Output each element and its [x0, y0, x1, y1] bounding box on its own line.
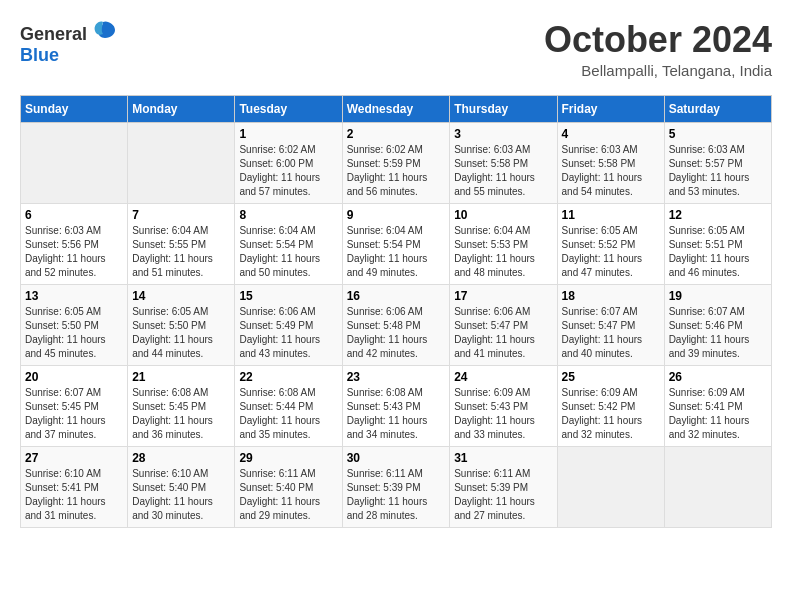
- day-number: 8: [239, 208, 337, 222]
- calendar-cell: 6Sunrise: 6:03 AM Sunset: 5:56 PM Daylig…: [21, 203, 128, 284]
- day-info: Sunrise: 6:06 AM Sunset: 5:47 PM Dayligh…: [454, 305, 552, 361]
- day-info: Sunrise: 6:11 AM Sunset: 5:40 PM Dayligh…: [239, 467, 337, 523]
- calendar-cell: [664, 446, 771, 527]
- day-info: Sunrise: 6:04 AM Sunset: 5:54 PM Dayligh…: [239, 224, 337, 280]
- calendar-table: SundayMondayTuesdayWednesdayThursdayFrid…: [20, 95, 772, 528]
- calendar-cell: 5Sunrise: 6:03 AM Sunset: 5:57 PM Daylig…: [664, 122, 771, 203]
- calendar-day-header: Tuesday: [235, 95, 342, 122]
- day-info: Sunrise: 6:10 AM Sunset: 5:40 PM Dayligh…: [132, 467, 230, 523]
- logo-general: General: [20, 24, 87, 44]
- calendar-cell: 7Sunrise: 6:04 AM Sunset: 5:55 PM Daylig…: [128, 203, 235, 284]
- day-number: 7: [132, 208, 230, 222]
- day-number: 5: [669, 127, 767, 141]
- day-info: Sunrise: 6:07 AM Sunset: 5:47 PM Dayligh…: [562, 305, 660, 361]
- calendar-cell: 28Sunrise: 6:10 AM Sunset: 5:40 PM Dayli…: [128, 446, 235, 527]
- calendar-cell: 29Sunrise: 6:11 AM Sunset: 5:40 PM Dayli…: [235, 446, 342, 527]
- calendar-cell: 15Sunrise: 6:06 AM Sunset: 5:49 PM Dayli…: [235, 284, 342, 365]
- day-number: 29: [239, 451, 337, 465]
- day-info: Sunrise: 6:03 AM Sunset: 5:58 PM Dayligh…: [562, 143, 660, 199]
- calendar-cell: 14Sunrise: 6:05 AM Sunset: 5:50 PM Dayli…: [128, 284, 235, 365]
- day-info: Sunrise: 6:03 AM Sunset: 5:58 PM Dayligh…: [454, 143, 552, 199]
- calendar-cell: [21, 122, 128, 203]
- day-number: 22: [239, 370, 337, 384]
- day-info: Sunrise: 6:06 AM Sunset: 5:49 PM Dayligh…: [239, 305, 337, 361]
- calendar-cell: 12Sunrise: 6:05 AM Sunset: 5:51 PM Dayli…: [664, 203, 771, 284]
- day-info: Sunrise: 6:10 AM Sunset: 5:41 PM Dayligh…: [25, 467, 123, 523]
- day-info: Sunrise: 6:07 AM Sunset: 5:46 PM Dayligh…: [669, 305, 767, 361]
- calendar-cell: 20Sunrise: 6:07 AM Sunset: 5:45 PM Dayli…: [21, 365, 128, 446]
- day-info: Sunrise: 6:08 AM Sunset: 5:44 PM Dayligh…: [239, 386, 337, 442]
- day-info: Sunrise: 6:08 AM Sunset: 5:43 PM Dayligh…: [347, 386, 446, 442]
- day-number: 15: [239, 289, 337, 303]
- day-number: 26: [669, 370, 767, 384]
- calendar-header-row: SundayMondayTuesdayWednesdayThursdayFrid…: [21, 95, 772, 122]
- day-number: 24: [454, 370, 552, 384]
- calendar-cell: 18Sunrise: 6:07 AM Sunset: 5:47 PM Dayli…: [557, 284, 664, 365]
- calendar-week-row: 13Sunrise: 6:05 AM Sunset: 5:50 PM Dayli…: [21, 284, 772, 365]
- calendar-cell: 19Sunrise: 6:07 AM Sunset: 5:46 PM Dayli…: [664, 284, 771, 365]
- logo-bird-icon: [89, 20, 117, 40]
- calendar-day-header: Thursday: [450, 95, 557, 122]
- day-number: 4: [562, 127, 660, 141]
- day-number: 3: [454, 127, 552, 141]
- day-number: 19: [669, 289, 767, 303]
- calendar-day-header: Monday: [128, 95, 235, 122]
- calendar-cell: 24Sunrise: 6:09 AM Sunset: 5:43 PM Dayli…: [450, 365, 557, 446]
- calendar-day-header: Sunday: [21, 95, 128, 122]
- day-info: Sunrise: 6:09 AM Sunset: 5:41 PM Dayligh…: [669, 386, 767, 442]
- day-number: 30: [347, 451, 446, 465]
- calendar-cell: 10Sunrise: 6:04 AM Sunset: 5:53 PM Dayli…: [450, 203, 557, 284]
- logo: General Blue: [20, 20, 117, 66]
- calendar-cell: 4Sunrise: 6:03 AM Sunset: 5:58 PM Daylig…: [557, 122, 664, 203]
- calendar-day-header: Wednesday: [342, 95, 450, 122]
- day-number: 18: [562, 289, 660, 303]
- day-info: Sunrise: 6:08 AM Sunset: 5:45 PM Dayligh…: [132, 386, 230, 442]
- day-info: Sunrise: 6:04 AM Sunset: 5:53 PM Dayligh…: [454, 224, 552, 280]
- day-number: 12: [669, 208, 767, 222]
- day-info: Sunrise: 6:02 AM Sunset: 6:00 PM Dayligh…: [239, 143, 337, 199]
- day-info: Sunrise: 6:02 AM Sunset: 5:59 PM Dayligh…: [347, 143, 446, 199]
- day-info: Sunrise: 6:11 AM Sunset: 5:39 PM Dayligh…: [347, 467, 446, 523]
- day-number: 27: [25, 451, 123, 465]
- calendar-cell: 26Sunrise: 6:09 AM Sunset: 5:41 PM Dayli…: [664, 365, 771, 446]
- day-info: Sunrise: 6:05 AM Sunset: 5:51 PM Dayligh…: [669, 224, 767, 280]
- calendar-cell: [557, 446, 664, 527]
- calendar-cell: 9Sunrise: 6:04 AM Sunset: 5:54 PM Daylig…: [342, 203, 450, 284]
- day-number: 2: [347, 127, 446, 141]
- calendar-week-row: 27Sunrise: 6:10 AM Sunset: 5:41 PM Dayli…: [21, 446, 772, 527]
- calendar-cell: 16Sunrise: 6:06 AM Sunset: 5:48 PM Dayli…: [342, 284, 450, 365]
- day-info: Sunrise: 6:09 AM Sunset: 5:43 PM Dayligh…: [454, 386, 552, 442]
- day-info: Sunrise: 6:04 AM Sunset: 5:54 PM Dayligh…: [347, 224, 446, 280]
- day-number: 11: [562, 208, 660, 222]
- day-info: Sunrise: 6:06 AM Sunset: 5:48 PM Dayligh…: [347, 305, 446, 361]
- calendar-cell: 17Sunrise: 6:06 AM Sunset: 5:47 PM Dayli…: [450, 284, 557, 365]
- logo-blue: Blue: [20, 45, 59, 65]
- day-number: 1: [239, 127, 337, 141]
- calendar-day-header: Friday: [557, 95, 664, 122]
- calendar-cell: 23Sunrise: 6:08 AM Sunset: 5:43 PM Dayli…: [342, 365, 450, 446]
- day-number: 31: [454, 451, 552, 465]
- calendar-week-row: 20Sunrise: 6:07 AM Sunset: 5:45 PM Dayli…: [21, 365, 772, 446]
- day-info: Sunrise: 6:04 AM Sunset: 5:55 PM Dayligh…: [132, 224, 230, 280]
- calendar-cell: 27Sunrise: 6:10 AM Sunset: 5:41 PM Dayli…: [21, 446, 128, 527]
- calendar-cell: 2Sunrise: 6:02 AM Sunset: 5:59 PM Daylig…: [342, 122, 450, 203]
- day-number: 16: [347, 289, 446, 303]
- day-info: Sunrise: 6:07 AM Sunset: 5:45 PM Dayligh…: [25, 386, 123, 442]
- calendar-cell: 21Sunrise: 6:08 AM Sunset: 5:45 PM Dayli…: [128, 365, 235, 446]
- calendar-week-row: 1Sunrise: 6:02 AM Sunset: 6:00 PM Daylig…: [21, 122, 772, 203]
- calendar-cell: [128, 122, 235, 203]
- day-number: 9: [347, 208, 446, 222]
- day-number: 28: [132, 451, 230, 465]
- logo-text: General Blue: [20, 20, 117, 66]
- day-info: Sunrise: 6:05 AM Sunset: 5:52 PM Dayligh…: [562, 224, 660, 280]
- day-number: 14: [132, 289, 230, 303]
- day-number: 23: [347, 370, 446, 384]
- day-info: Sunrise: 6:09 AM Sunset: 5:42 PM Dayligh…: [562, 386, 660, 442]
- calendar-day-header: Saturday: [664, 95, 771, 122]
- title-block: October 2024 Bellampalli, Telangana, Ind…: [544, 20, 772, 79]
- calendar-cell: 3Sunrise: 6:03 AM Sunset: 5:58 PM Daylig…: [450, 122, 557, 203]
- day-info: Sunrise: 6:05 AM Sunset: 5:50 PM Dayligh…: [25, 305, 123, 361]
- calendar-cell: 1Sunrise: 6:02 AM Sunset: 6:00 PM Daylig…: [235, 122, 342, 203]
- calendar-cell: 13Sunrise: 6:05 AM Sunset: 5:50 PM Dayli…: [21, 284, 128, 365]
- calendar-cell: 25Sunrise: 6:09 AM Sunset: 5:42 PM Dayli…: [557, 365, 664, 446]
